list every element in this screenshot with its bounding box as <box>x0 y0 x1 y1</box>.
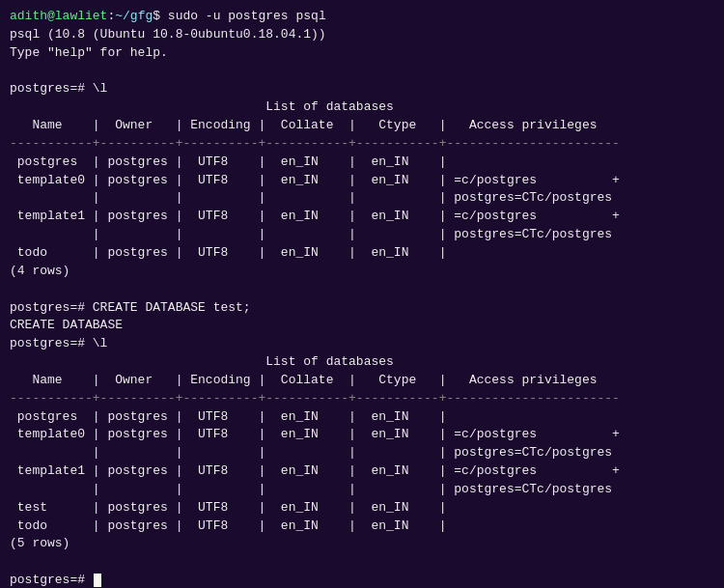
output-info-2: Type "help" for help. <box>10 44 714 63</box>
terminal-cursor <box>94 574 101 587</box>
table-row-template0-1a: template0 | postgres | UTF8 | en_IN | en… <box>10 172 714 190</box>
blank-2 <box>10 281 714 299</box>
table-row-test: test | postgres | UTF8 | en_IN | en_IN | <box>10 499 714 518</box>
command-line-5[interactable]: postgres=# <box>10 572 714 588</box>
table-row-todo-2: todo | postgres | UTF8 | en_IN | en_IN | <box>10 518 714 536</box>
command-line-3: postgres=# CREATE DATABASE test; <box>10 299 714 318</box>
table-row-template0-2a: template0 | postgres | UTF8 | en_IN | en… <box>10 426 714 444</box>
table-row-postgres-2: postgres | postgres | UTF8 | en_IN | en_… <box>10 408 714 427</box>
prompt-path: ~/gfg <box>115 9 153 23</box>
table-row-template1-1a: template1 | postgres | UTF8 | en_IN | en… <box>10 208 714 226</box>
table-header-1: Name | Owner | Encoding | Collate | Ctyp… <box>10 117 714 135</box>
row-count-2: (5 rows) <box>10 535 714 553</box>
output-info-1: psql (10.8 (Ubuntu 10.8-0ubuntu0.18.04.1… <box>10 26 714 44</box>
prompt-user: adith@lawliet <box>10 9 107 23</box>
table-separator-1: -----------+----------+----------+------… <box>10 135 714 154</box>
table-row-template1-1b: | | | | | postgres=CTc/postgres <box>10 226 714 244</box>
row-count-1: (4 rows) <box>10 263 714 281</box>
terminal-window: adith@lawliet:~/gfg$ sudo -u postgres ps… <box>10 8 714 588</box>
list-header-2: List of databases <box>10 353 714 372</box>
table-row-postgres-1: postgres | postgres | UTF8 | en_IN | en_… <box>10 154 714 172</box>
list-header-1: List of databases <box>10 98 714 117</box>
table-row-template1-2a: template1 | postgres | UTF8 | en_IN | en… <box>10 462 714 481</box>
command-line-1: adith@lawliet:~/gfg$ sudo -u postgres ps… <box>10 8 714 26</box>
command-line-4: postgres=# \l <box>10 335 714 353</box>
blank-3 <box>10 553 714 572</box>
table-row-template0-2b: | | | | | postgres=CTc/postgres <box>10 444 714 462</box>
table-row-todo-1: todo | postgres | UTF8 | en_IN | en_IN | <box>10 244 714 263</box>
table-separator-2: -----------+----------+----------+------… <box>10 390 714 408</box>
table-row-template1-2b: | | | | | postgres=CTc/postgres <box>10 481 714 499</box>
table-row-template0-1b: | | | | | postgres=CTc/postgres <box>10 189 714 208</box>
table-header-2: Name | Owner | Encoding | Collate | Ctyp… <box>10 372 714 390</box>
blank-1 <box>10 63 714 81</box>
command-line-2: postgres=# \l <box>10 80 714 98</box>
output-create: CREATE DATABASE <box>10 317 714 335</box>
